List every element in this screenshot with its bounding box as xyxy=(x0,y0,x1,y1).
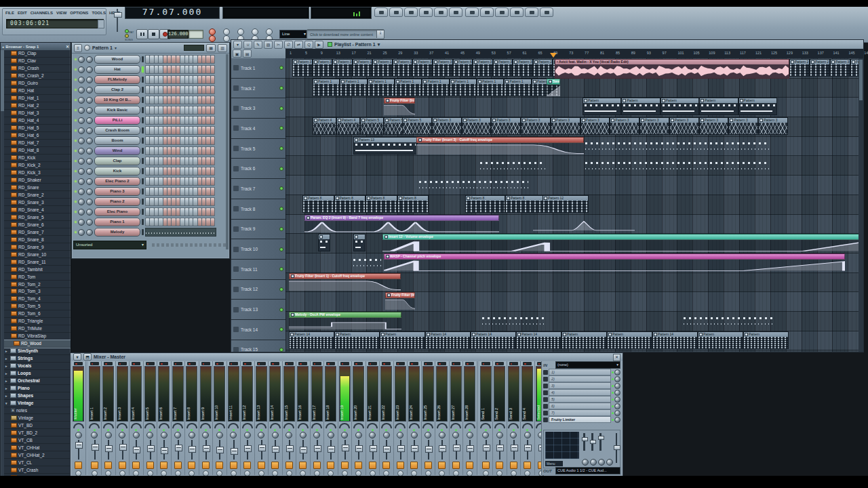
step-cell[interactable] xyxy=(180,96,184,104)
fx-enable-button[interactable] xyxy=(299,462,307,469)
step-cell[interactable] xyxy=(202,137,205,144)
channel-button[interactable]: Piano 2 xyxy=(94,197,140,206)
pan-knob[interactable] xyxy=(78,168,85,175)
step-cell[interactable] xyxy=(193,167,197,175)
step-cell[interactable] xyxy=(185,167,189,175)
step-cell[interactable] xyxy=(167,198,171,205)
pan-arc[interactable] xyxy=(367,423,378,428)
menu-file[interactable]: FILE xyxy=(5,11,14,15)
record-arm-badge[interactable] xyxy=(285,362,294,365)
step-cell[interactable] xyxy=(159,66,162,73)
step-cell[interactable] xyxy=(176,157,180,165)
browser-item[interactable]: VT_BD xyxy=(4,422,71,429)
limiter-knob[interactable] xyxy=(606,459,613,466)
channel-button[interactable]: Melody xyxy=(94,228,140,237)
pan-arc[interactable] xyxy=(242,423,253,428)
pan-arc[interactable] xyxy=(422,423,433,428)
volume-fader[interactable] xyxy=(172,439,185,460)
automation-clip[interactable]: Swe xyxy=(547,79,560,96)
step-cell[interactable] xyxy=(189,198,193,205)
browser-item[interactable]: ▸Loops xyxy=(4,370,71,378)
browser-item[interactable]: RD_Clav xyxy=(4,58,71,65)
pan-arc[interactable] xyxy=(437,423,448,428)
slot-name[interactable]: 5) xyxy=(549,396,611,403)
pan-arc[interactable] xyxy=(283,423,294,428)
step-cell[interactable] xyxy=(155,76,158,83)
track-mute-led[interactable] xyxy=(279,308,283,312)
step-cell[interactable] xyxy=(189,66,193,73)
strip-led[interactable] xyxy=(260,429,262,431)
stereo-knob[interactable] xyxy=(383,432,390,439)
volume-fader[interactable] xyxy=(366,439,380,460)
fx-enable-button[interactable] xyxy=(425,462,432,469)
step-cell[interactable] xyxy=(150,96,153,104)
slot-name[interactable]: 3) xyxy=(549,382,611,389)
step-cell[interactable] xyxy=(180,208,184,216)
slot-options-button[interactable] xyxy=(543,370,548,375)
step-cell[interactable] xyxy=(150,127,153,134)
step-cell[interactable] xyxy=(211,178,214,185)
pattern-clip[interactable] xyxy=(318,234,330,251)
step-cell[interactable] xyxy=(206,117,210,124)
mixer-strip-insert-24[interactable]: Insert 24 xyxy=(408,361,422,475)
mixer-strip-send-2[interactable]: Send 2 xyxy=(493,361,507,475)
browser-item[interactable]: RD_Kick_3 xyxy=(4,169,71,177)
mixer-strip-insert-13[interactable]: Insert 13 xyxy=(255,361,269,475)
pattern-clip[interactable]: Pattern 4 xyxy=(313,117,336,135)
volume-fader[interactable] xyxy=(227,439,241,460)
channel-activity-led[interactable] xyxy=(142,178,144,184)
browser-item[interactable]: ▸Shapes xyxy=(4,392,71,400)
step-cell[interactable] xyxy=(163,188,167,195)
step-cell[interactable] xyxy=(176,208,180,216)
pan-arc[interactable] xyxy=(494,423,505,428)
step-cell[interactable] xyxy=(206,106,210,114)
menu-arrow-icon[interactable]: ▾ xyxy=(233,41,242,49)
fx-enable-button[interactable] xyxy=(496,462,503,469)
pan-arc[interactable] xyxy=(228,423,239,428)
step-cell[interactable] xyxy=(202,218,205,226)
volume-fader[interactable] xyxy=(507,439,521,460)
step-cell[interactable] xyxy=(202,127,205,134)
pencil-icon[interactable]: ✎ xyxy=(254,41,262,49)
step-cell[interactable] xyxy=(155,167,158,175)
track-mute-led[interactable] xyxy=(279,146,283,150)
stereo-knob[interactable] xyxy=(189,432,195,439)
pattern-clip[interactable]: Pattern 3 xyxy=(610,117,639,135)
graph-editor-icon[interactable]: ▦ xyxy=(206,44,216,52)
step-cell[interactable] xyxy=(193,188,197,195)
close-icon[interactable]: ✕ xyxy=(613,354,620,361)
browser-item[interactable]: RD_VibraSlap xyxy=(4,333,71,340)
step-cell[interactable] xyxy=(198,76,201,83)
volume-fader[interactable] xyxy=(130,439,143,460)
stereo-knob[interactable] xyxy=(75,432,82,439)
stereo-knob[interactable] xyxy=(119,432,125,439)
pan-knob[interactable] xyxy=(78,148,85,155)
step-cell[interactable] xyxy=(146,198,149,205)
step-cell[interactable] xyxy=(159,127,162,134)
clip-strip[interactable] xyxy=(584,142,770,153)
browser-item[interactable]: RD_Tom_4 xyxy=(4,296,71,303)
step-cell[interactable] xyxy=(155,208,158,216)
step-cell[interactable] xyxy=(206,76,210,83)
pan-arc[interactable] xyxy=(117,423,127,428)
pattern-clip[interactable]: Pattern 3 xyxy=(728,117,758,135)
mixer-strip-insert-10[interactable]: Insert 10 xyxy=(213,361,227,475)
browser-item[interactable]: ▸SimSynth xyxy=(4,348,71,355)
browser-item[interactable]: RD_Tom_3 xyxy=(4,288,71,296)
mixer-strip-insert-19[interactable]: Insert 19 xyxy=(338,361,353,475)
pattern-clip[interactable]: Pattern 14 xyxy=(289,331,334,349)
mixer-strip-insert-3[interactable]: Insert 3 xyxy=(116,361,130,475)
step-cell[interactable] xyxy=(176,147,180,155)
fx-enable-button[interactable] xyxy=(285,462,293,469)
step-cell[interactable] xyxy=(211,218,214,226)
pattern-name[interactable]: Pattern 1 xyxy=(92,45,113,50)
strip-led[interactable] xyxy=(330,429,332,431)
pattern-clip[interactable]: Pattern 6 xyxy=(453,59,473,77)
pan-knob[interactable] xyxy=(78,188,85,195)
step-cell[interactable] xyxy=(189,157,193,165)
pattern-clip[interactable]: Pattern 1 xyxy=(504,79,531,96)
fx-slot[interactable]: 5) xyxy=(542,396,622,403)
fader-handle[interactable] xyxy=(119,444,127,451)
mixer-strip-send-4[interactable]: Send 4 xyxy=(521,361,535,475)
output-selector[interactable]: CUE Audio 1 1/2 - CUE Aud... xyxy=(555,467,620,474)
